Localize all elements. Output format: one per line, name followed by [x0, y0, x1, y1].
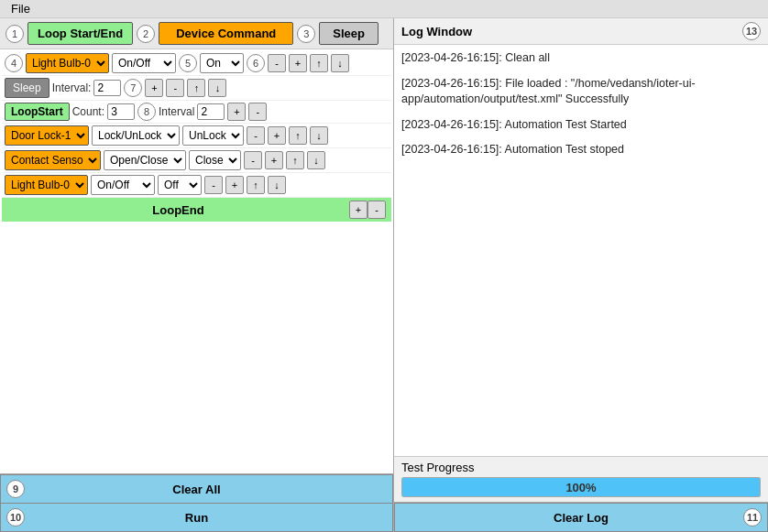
command-row-contact: Contact Senso Open/Close Close - + ↑ ↓: [2, 148, 391, 173]
sleep-button[interactable]: Sleep: [319, 22, 379, 45]
log-entry-3: [2023-04-26-16:15]: Automation Test Star…: [401, 117, 761, 134]
up-btn-bulb2[interactable]: ↑: [247, 176, 265, 194]
log-entry-2: [2023-04-26-16:15]: File loaded : "/home…: [401, 76, 761, 108]
count-input[interactable]: [107, 103, 135, 120]
log-entry-4: [2023-04-26-16:15]: Automation Test stop…: [401, 142, 761, 158]
loop-end-row: LoopEnd + -: [2, 198, 391, 222]
log-area: [2023-04-26-16:15]: Clean all [2023-04-2…: [394, 45, 768, 457]
run-button[interactable]: 10 Run: [0, 504, 393, 532]
down-btn-sleep[interactable]: ↓: [208, 79, 226, 97]
badge-10: 10: [6, 508, 25, 527]
bottom-left-buttons: 9 Clear All 10 Run: [0, 473, 393, 532]
interval-minus-loop[interactable]: -: [248, 103, 267, 121]
badge-9: 9: [6, 480, 25, 498]
test-progress-section: Test Progress 100%: [394, 457, 768, 502]
mode-select-contact[interactable]: Open/Close: [104, 150, 186, 170]
menu-bar: File: [0, 0, 768, 18]
clear-log-label: Clear Log: [554, 511, 609, 525]
state-select-1[interactable]: On: [200, 53, 244, 73]
progress-percent: 100%: [565, 481, 596, 494]
device-select-door[interactable]: Door Lock-1: [5, 125, 89, 146]
command-row-1: 4 Light Bulb-0 On/Off 5 On 6 - + ↑ ↓: [2, 51, 391, 76]
down-btn-door[interactable]: ↓: [310, 126, 328, 145]
badge-6: 6: [247, 54, 265, 72]
loop-start-end-button[interactable]: Loop Start/End: [27, 22, 133, 45]
bottom-right-buttons: Clear Log 11: [394, 502, 768, 532]
log-title: Log Window: [401, 25, 472, 38]
test-progress-label: Test Progress: [401, 461, 761, 474]
up-btn-door[interactable]: ↑: [289, 126, 307, 145]
minus-btn-1[interactable]: -: [268, 54, 286, 72]
interval-plus-loop[interactable]: +: [227, 103, 246, 121]
command-row-door: Door Lock-1 Lock/UnLock UnLock - + ↑ ↓: [2, 124, 391, 148]
clear-log-button[interactable]: Clear Log 11: [394, 503, 768, 532]
left-panel: 1 Loop Start/End 2 Device Command 3 Slee…: [0, 18, 394, 532]
command-row-loopstart: LoopStart Count: 8 Interval + -: [2, 101, 391, 124]
loop-end-minus[interactable]: -: [368, 201, 386, 219]
run-label: Run: [185, 511, 208, 525]
loop-end-label: LoopEnd: [7, 203, 349, 217]
minus-btn-door[interactable]: -: [247, 126, 265, 145]
badge-3: 3: [297, 25, 315, 43]
badge-7: 7: [124, 79, 142, 97]
right-panel: Log Window 13 [2023-04-26-16:15]: Clean …: [394, 18, 768, 532]
log-entry-1: [2023-04-26-16:15]: Clean all: [401, 50, 761, 67]
badge-1: 1: [5, 25, 24, 43]
down-btn-1[interactable]: ↓: [331, 54, 349, 72]
mode-select-door[interactable]: Lock/UnLock: [92, 125, 180, 146]
minus-btn-bulb2[interactable]: -: [204, 176, 223, 194]
loop-end-plus[interactable]: +: [349, 201, 368, 219]
state-select-door[interactable]: UnLock: [182, 125, 244, 146]
down-btn-bulb2[interactable]: ↓: [268, 176, 286, 194]
interval-input-loop[interactable]: [197, 103, 225, 120]
progress-bar-fill: 100%: [402, 478, 760, 496]
state-select-contact[interactable]: Close: [189, 150, 241, 170]
plus-btn-contact[interactable]: +: [265, 151, 283, 169]
badge-5: 5: [179, 54, 197, 72]
badge-8: 8: [137, 103, 156, 121]
interval-input-sleep[interactable]: [93, 80, 121, 96]
content-area: 1 Loop Start/End 2 Device Command 3 Slee…: [0, 18, 768, 532]
up-btn-1[interactable]: ↑: [310, 54, 328, 72]
mode-select-bulb2[interactable]: On/Off: [91, 175, 155, 195]
device-command-button[interactable]: Device Command: [159, 22, 293, 45]
plus-btn-1[interactable]: +: [289, 54, 307, 72]
interval-minus-sleep[interactable]: -: [166, 79, 184, 97]
commands-area: 4 Light Bulb-0 On/Off 5 On 6 - + ↑ ↓: [0, 49, 393, 473]
up-btn-sleep[interactable]: ↑: [187, 79, 205, 97]
toolbar: 1 Loop Start/End 2 Device Command 3 Slee…: [0, 18, 393, 49]
clear-all-button[interactable]: 9 Clear All: [0, 474, 393, 504]
file-menu[interactable]: File: [7, 0, 34, 17]
plus-btn-bulb2[interactable]: +: [225, 176, 244, 194]
progress-bar-container: 100%: [401, 477, 761, 497]
badge-13: 13: [742, 22, 761, 40]
badge-2: 2: [137, 25, 155, 43]
interval-label-loop: Interval: [159, 105, 194, 118]
minus-btn-contact[interactable]: -: [244, 151, 262, 169]
down-btn-contact[interactable]: ↓: [307, 151, 325, 169]
state-select-bulb2[interactable]: Off: [158, 175, 202, 195]
device-select-contact[interactable]: Contact Senso: [5, 150, 101, 170]
mode-select-1[interactable]: On/Off: [112, 53, 176, 73]
loop-start-cmd-button[interactable]: LoopStart: [5, 103, 70, 121]
badge-11: 11: [743, 508, 762, 527]
count-label: Count:: [72, 105, 104, 118]
clear-all-label: Clear All: [172, 483, 220, 496]
command-row-bulb2: Light Bulb-0 On/Off Off - + ↑ ↓: [2, 173, 391, 198]
interval-label-sleep: Interval:: [52, 81, 92, 94]
sleep-cmd-button[interactable]: Sleep: [5, 78, 49, 98]
device-select-1[interactable]: Light Bulb-0: [26, 53, 109, 73]
badge-4: 4: [5, 54, 23, 72]
interval-plus-sleep[interactable]: +: [145, 79, 163, 97]
command-row-sleep: Sleep Interval: 7 + - ↑ ↓: [2, 76, 391, 101]
main-container: File 1 Loop Start/End 2 Device Command 3…: [0, 0, 768, 532]
log-header: Log Window 13: [394, 18, 768, 45]
device-select-bulb2[interactable]: Light Bulb-0: [5, 175, 88, 195]
plus-btn-door[interactable]: +: [268, 126, 286, 145]
up-btn-contact[interactable]: ↑: [286, 151, 304, 169]
